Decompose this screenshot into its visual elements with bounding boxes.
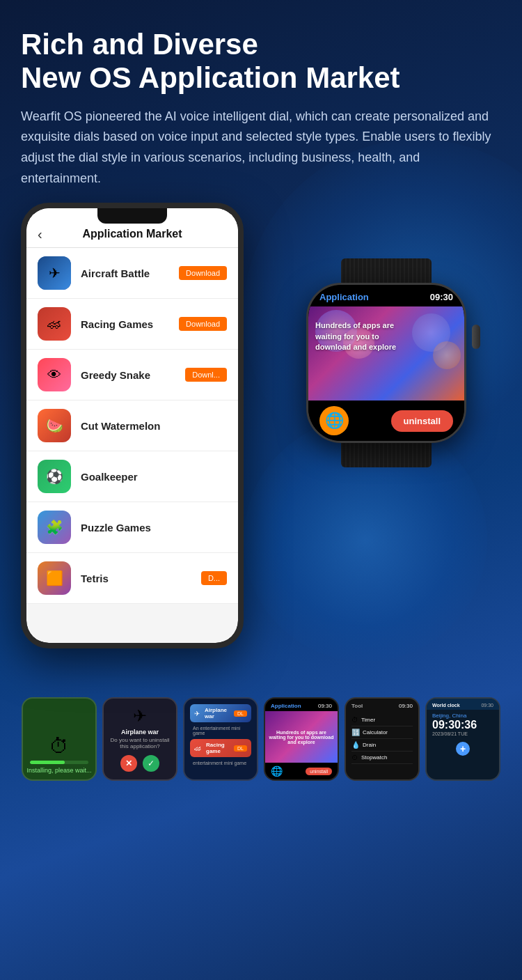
drain-label: Drain — [363, 742, 376, 748]
thumbnails-section: ⏱ Installing, please wait... ✈ Airplane … — [21, 690, 501, 788]
watch-band-top — [341, 258, 432, 283]
thumb-tool-time: 09:30 — [399, 703, 413, 709]
thumb-download-btn-1[interactable]: DL — [234, 710, 247, 717]
thumb-clock-header: World clock 09:30 — [427, 699, 499, 710]
thumb-uninstall-btn[interactable]: uninstall — [306, 768, 332, 775]
header-section: Rich and Diverse New OS Application Mark… — [21, 28, 501, 189]
app-name-racing: Racing Games — [81, 318, 179, 330]
back-button[interactable]: ‹ — [38, 226, 42, 242]
thumbnail-installing: ⏱ Installing, please wait... — [22, 697, 97, 781]
watch-uninstall-button[interactable]: uninstall — [391, 410, 453, 432]
thumb-tool-label: Tool — [351, 703, 363, 709]
app-item-tetris: 🟧 Tetris D... — [26, 553, 238, 604]
thumb-clock-time-label: 09:30 — [481, 703, 493, 708]
app-item-aircraft: ✈ Aircraft Battle Download — [26, 248, 238, 299]
thumb-confirm-text: Do you want to uninstall this applicatio… — [109, 737, 171, 749]
app-item-watermelon: 🍉 Cut Watermelon — [26, 400, 238, 451]
cancel-button[interactable]: ✕ — [120, 755, 137, 772]
watch-crown — [472, 325, 480, 349]
racing-icon: 🏎 — [38, 307, 71, 341]
download-aircraft[interactable]: Download — [179, 266, 227, 280]
thumb-watch-content: Hundreds of apps are waiting for you to … — [265, 711, 338, 763]
app-list: ✈ Aircraft Battle Download 🏎 Racing Game… — [26, 248, 238, 604]
thumb-app-name: Airplane war — [121, 729, 159, 736]
device-showcase: ‹ Application Market ✈ Aircraft Battle D… — [21, 203, 501, 676]
confirm-buttons: ✕ ✓ — [120, 755, 159, 772]
calculator-label: Calculator — [363, 729, 388, 736]
watch-screen: Application 09:30 — [308, 285, 464, 441]
thumb-watch-time: 09:30 — [318, 703, 332, 709]
thumb-watch-app-label: Application — [271, 703, 301, 709]
thumb-tool-calculator: 🔢 Calculator — [351, 726, 413, 739]
app-market-title: Application Market — [82, 228, 182, 240]
confirm-button[interactable]: ✓ — [143, 755, 159, 772]
thumbnail-applist: ✈ Airplane war DL An entertainment mini … — [183, 697, 258, 781]
world-clock-label: World clock — [432, 703, 460, 708]
thumb-item-name-1: Airplane war — [205, 707, 231, 720]
thumbnail-watch-app: Application 09:30 Hundreds of apps are w… — [264, 697, 339, 781]
phone-mockup: ‹ Application Market ✈ Aircraft Battle D… — [21, 203, 244, 648]
watch-globe-button[interactable]: 🌐 — [319, 406, 349, 435]
download-racing[interactable]: Download — [179, 317, 227, 331]
goalkeeper-icon: ⚽ — [38, 460, 71, 493]
thumb-app-item-2: 🏎 Racing game DL — [190, 739, 251, 757]
thumb-watch-promo: Hundreds of apps are waiting for you to … — [265, 727, 338, 747]
airplane-war-icon: ✈ — [133, 706, 147, 726]
progress-fill — [30, 761, 65, 764]
watch-mockup: Application 09:30 — [285, 258, 487, 481]
watch-header: Application 09:30 — [308, 285, 464, 306]
thumb-aircraft-icon: ✈ — [194, 710, 200, 717]
app-item-racing: 🏎 Racing Games Download — [26, 299, 238, 350]
thumb-globe-icon: 🌐 — [271, 765, 283, 777]
watch-band-bottom — [341, 443, 432, 467]
watch-time: 09:30 — [430, 292, 453, 302]
tetris-icon: 🟧 — [38, 561, 71, 595]
stopwatch-icon: ⏲ — [351, 754, 358, 761]
watch-footer: 🌐 uninstall — [308, 400, 464, 441]
download-snake[interactable]: Downl... — [185, 368, 227, 382]
thumb-watch-footer: 🌐 uninstall — [265, 763, 338, 779]
thumb-item-name-2: Racing game — [206, 742, 231, 754]
snake-icon: 👁 — [38, 358, 71, 391]
timer-label: Timer — [361, 717, 375, 723]
app-name-watermelon: Cut Watermelon — [81, 420, 227, 432]
puzzle-icon: 🧩 — [38, 511, 71, 544]
timer-icon: ⏱ — [351, 716, 358, 724]
app-name-goalkeeper: Goalkeeper — [81, 471, 227, 483]
app-item-puzzle: 🧩 Puzzle Games — [26, 502, 238, 553]
thumb-tool-header: Tool 09:30 — [346, 699, 418, 711]
app-name-aircraft: Aircraft Battle — [81, 267, 179, 279]
install-text: Installing, please wait... — [26, 767, 91, 774]
stopwatch-label: Stopwatch — [361, 754, 387, 761]
thumb-download-btn-2[interactable]: DL — [234, 745, 247, 752]
page-wrapper: Rich and Diverse New OS Application Mark… — [0, 0, 522, 802]
thumb-item-sub-1: An entertainment mini game — [190, 725, 251, 736]
calculator-icon: 🔢 — [351, 729, 360, 736]
app-name-tetris: Tetris — [81, 573, 201, 584]
main-title: Rich and Diverse New OS Application Mark… — [21, 28, 501, 95]
watch-content-area: Hundreds of apps are waiting for you to … — [308, 306, 464, 400]
thumb-app-item-1: ✈ Airplane war DL — [190, 704, 251, 722]
add-city-button[interactable]: + — [456, 742, 470, 756]
watch-case: Application 09:30 — [306, 283, 466, 443]
subtitle-text: Wearfit OS pioneered the AI voice intell… — [21, 107, 501, 189]
download-tetris[interactable]: D... — [201, 571, 227, 585]
watch-app-label: Application — [319, 292, 369, 302]
clock-big-time: 09:30:36 — [432, 719, 493, 731]
thumb-tool-items: ⏱ Timer 🔢 Calculator 💧 Drain ⏲ Stopwatch — [346, 711, 418, 779]
phone-screen: ‹ Application Market ✈ Aircraft Battle D… — [26, 208, 238, 643]
thumb-item-sub-2: entertainment mini game — [190, 760, 251, 766]
clock-location: Beijing, China — [432, 713, 493, 719]
thumbnail-uninstall-confirm: ✈ Airplane war Do you want to uninstall … — [102, 697, 177, 781]
app-item-goalkeeper: ⚽ Goalkeeper — [26, 451, 238, 502]
thumbnail-tool: Tool 09:30 ⏱ Timer 🔢 Calculator 💧 Drain … — [345, 697, 420, 781]
thumbnail-worldclock: World clock 09:30 Beijing, China 09:30:3… — [425, 697, 500, 781]
bubble-4 — [433, 341, 461, 369]
thumb-tool-stopwatch: ⏲ Stopwatch — [351, 752, 413, 764]
thumb-tool-timer: ⏱ Timer — [351, 714, 413, 726]
thumb-tool-drain: 💧 Drain — [351, 739, 413, 752]
watch-promo-text: Hundreds of apps are waiting for you to … — [315, 320, 399, 352]
clock-date: 2023/08/21 TUE — [432, 731, 493, 736]
app-item-snake: 👁 Greedy Snake Downl... — [26, 350, 238, 400]
thumb-clock-display: Beijing, China 09:30:36 2023/08/21 TUE — [427, 710, 499, 739]
